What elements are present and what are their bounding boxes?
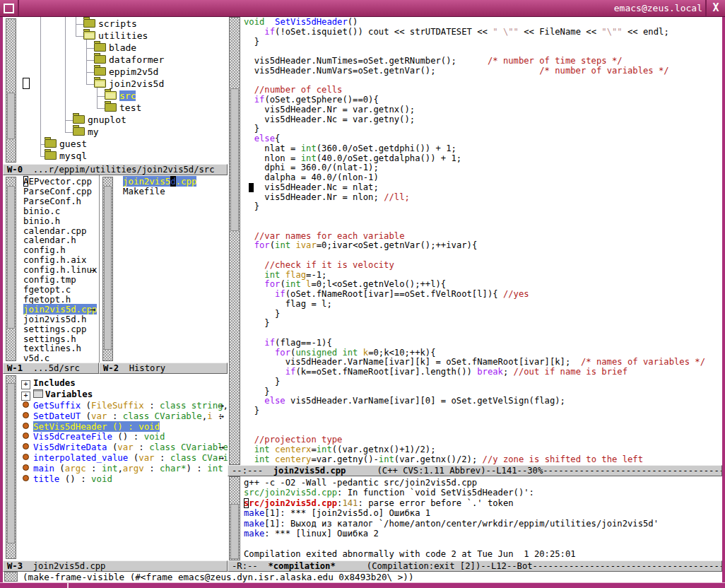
tree-item-label: my — [88, 127, 99, 137]
source-file-item[interactable]: join2vis5d.cpp→ — [23, 305, 99, 314]
history-scrollbar[interactable] — [102, 177, 113, 361]
tree-item-gnuplot[interactable]: gnuplot — [73, 114, 126, 125]
scrollbar-thumb[interactable] — [230, 504, 239, 559]
source-file-item[interactable]: settings.cpp — [23, 324, 99, 334]
methods-window[interactable]: +Includes+VariablesGetSuffix (FileSuffix… — [3, 374, 228, 560]
compilation-line: Compilation exited abnormally with code … — [244, 549, 721, 559]
expand-plus-icon[interactable]: + — [21, 392, 30, 401]
history-file-item[interactable]: Makefile — [123, 187, 228, 196]
code-line: flag = l; — [244, 300, 721, 310]
folder-icon — [83, 31, 95, 40]
source-file-item[interactable]: join2vis5d.h — [23, 314, 99, 324]
file-name: binio.c — [23, 206, 60, 216]
text-cursor: A — [23, 176, 28, 187]
method-bullet-icon — [23, 464, 29, 471]
expand-plus-icon[interactable]: + — [21, 380, 30, 389]
compilation-scrollbar[interactable] — [229, 476, 240, 560]
minibuffer[interactable]: (make-frame-visible (#<frame emacs@zeus.… — [3, 572, 722, 582]
tree-item-my[interactable]: my — [73, 127, 99, 137]
compilation-window[interactable]: g++ -c -O2 -Wall -pedantic src/join2vis5… — [228, 476, 722, 560]
close-button[interactable]: X — [705, 0, 725, 16]
tree-guide — [76, 17, 76, 36]
file-name: v5d.c — [23, 353, 49, 363]
code-window[interactable]: void SetVis5dHeader() if(!oSet.isquiet()… — [228, 17, 722, 465]
history-file-item[interactable]: join2vis5d.cpp — [123, 177, 228, 187]
method-item[interactable]: Vis5dWriteData (var : class CVariable, → — [21, 442, 228, 453]
tree-item-test[interactable]: test — [105, 102, 141, 113]
sources-window[interactable]: AEPvector.cppParseConf.cppParseConf.hbin… — [3, 175, 99, 363]
compilation-line — [244, 539, 721, 548]
tree-item-src[interactable]: src — [105, 90, 136, 101]
source-file-item[interactable]: fgetopt.c — [23, 285, 99, 295]
code-line: int centerx=int((var.getnx()+1)/2); — [244, 445, 721, 455]
window-menu-button[interactable] — [0, 0, 19, 16]
tree-item-dataformer[interactable]: dataformer — [94, 54, 164, 65]
code-scrollbar[interactable] — [229, 17, 240, 465]
tree-guide — [40, 17, 41, 156]
modeline-w3: W-3 join2vis5d.cpp — [3, 560, 228, 572]
method-item[interactable]: title () : void — [21, 474, 228, 485]
folder-icon — [94, 79, 106, 88]
tree-item-join2vis5d[interactable]: join2vis5d — [94, 78, 164, 89]
source-file-item[interactable]: ParseConf.h — [23, 196, 99, 206]
sources-list[interactable]: AEPvector.cppParseConf.cppParseConf.hbin… — [23, 177, 99, 363]
folder-icon — [94, 55, 106, 64]
method-item[interactable]: +Includes — [21, 378, 228, 389]
sources-scrollbar[interactable] — [6, 177, 16, 361]
source-file-item[interactable]: fgetopt.h — [23, 295, 99, 305]
source-file-item[interactable]: config.h.linux→ — [23, 265, 99, 275]
tree-item-mysql[interactable]: mysql — [45, 151, 87, 161]
scrollbar-thumb[interactable] — [7, 186, 15, 329]
method-item[interactable]: main (argc : int,argv : char*) : int — [21, 464, 228, 474]
frame-resize-grip[interactable] — [67, 583, 69, 588]
code-buffer[interactable]: void SetVis5dHeader() if(!oSet.isquiet()… — [244, 18, 721, 465]
directories-tree[interactable]: scriptsutilitiesbladedataformereppim2v5d… — [3, 17, 228, 164]
method-label: interpolated_value (var : class CVarial — [33, 452, 228, 463]
code-line — [244, 76, 721, 86]
tree-item-guest[interactable]: guest — [45, 139, 87, 149]
source-file-item[interactable]: config.h — [23, 245, 99, 255]
scrollbar-thumb[interactable] — [230, 88, 239, 231]
tree-guide — [86, 84, 94, 85]
modeline-compilation: -R:-- *compilation* (Compilation:exit [2… — [228, 560, 722, 572]
history-window[interactable]: join2vis5d.cppMakefile — [99, 175, 228, 363]
source-file-item[interactable]: binio.c — [23, 206, 99, 216]
source-file-item[interactable]: calendar.cpp — [23, 226, 99, 236]
source-file-item[interactable]: AEPvector.cpp — [23, 177, 99, 187]
tree-item-scripts[interactable]: scripts — [83, 18, 137, 29]
methods-list[interactable]: +Includes+VariablesGetSuffix (FileSuffix… — [21, 378, 228, 484]
source-file-item[interactable]: v5d.c — [23, 353, 99, 363]
file-name: join2vis5d.cpp — [23, 304, 97, 314]
tree-guide — [97, 108, 105, 109]
tree-guide — [76, 24, 83, 25]
source-file-item[interactable]: config.tmp — [23, 275, 99, 285]
method-item[interactable]: interpolated_value (var : class CVarial→ — [21, 453, 228, 464]
tree-guide — [86, 48, 94, 49]
compilation-buffer[interactable]: g++ -c -O2 -Wall -pedantic src/join2vis5… — [244, 478, 721, 559]
method-label: SetVis5dHeader () : void — [33, 421, 160, 432]
tree-item-eppim2v5d[interactable]: eppim2v5d — [94, 66, 158, 77]
method-item[interactable]: +Variables — [21, 389, 228, 401]
source-file-item[interactable]: ParseConf.cpp — [23, 187, 99, 196]
method-item[interactable]: Vis5dCreateFile () : void — [21, 432, 228, 442]
source-file-item[interactable]: textlines.h — [23, 343, 99, 353]
scrollbar-thumb[interactable] — [104, 186, 112, 350]
source-file-item[interactable]: binio.h — [23, 216, 99, 226]
method-item[interactable]: SetVis5dHeader () : void — [21, 422, 228, 433]
methods-scrollbar[interactable] — [6, 375, 16, 559]
scrollbar-thumb[interactable] — [7, 383, 15, 543]
method-item[interactable]: SetDateUT (var : class CVariable,i : i→ — [21, 411, 228, 422]
method-item[interactable]: GetSuffix (FileSuffix : class string,nl→ — [21, 401, 228, 411]
title-bar[interactable]: emacs@zeus.local X — [0, 0, 725, 17]
folder-icon — [83, 19, 95, 28]
file-name: calendar.cpp — [23, 225, 87, 236]
tree-item-utilities[interactable]: utilities — [83, 30, 148, 41]
source-file-item[interactable]: settings.h — [23, 334, 99, 344]
method-label: title () : void — [33, 474, 112, 484]
history-list[interactable]: join2vis5d.cppMakefile — [123, 177, 228, 196]
file-name: settings.h — [23, 334, 76, 344]
source-file-item[interactable]: calendar.h — [23, 235, 99, 245]
directories-window[interactable]: scriptsutilitiesbladedataformereppim2v5d… — [3, 17, 228, 164]
source-file-item[interactable]: config.h.aix — [23, 255, 99, 265]
tree-item-blade[interactable]: blade — [94, 42, 136, 53]
